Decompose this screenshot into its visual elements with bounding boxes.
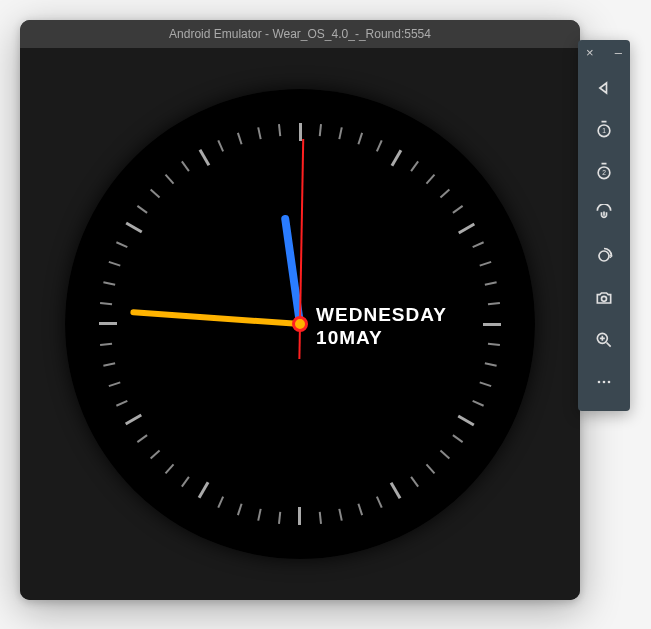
tick [199, 149, 211, 166]
tick [116, 400, 128, 407]
tick [100, 302, 112, 305]
tick [452, 434, 463, 443]
close-button[interactable]: × [586, 46, 594, 59]
svg-point-5 [602, 296, 607, 301]
month: MAY [339, 327, 382, 350]
tick [479, 261, 491, 267]
tick [452, 205, 463, 214]
tick [426, 464, 436, 474]
btn1-icon: 1 [594, 120, 614, 140]
minute-hand [130, 309, 300, 327]
day-number: 10 [316, 327, 339, 350]
window-title: Android Emulator - Wear_OS_4.0_-_Round:5… [169, 27, 431, 41]
tick [410, 161, 419, 172]
tick [165, 174, 175, 184]
tick [257, 127, 261, 139]
tick [150, 450, 160, 460]
watch-screen-area: WEDNESDAY 10MAY [20, 48, 580, 600]
svg-point-7 [598, 381, 601, 384]
tick [338, 127, 342, 139]
palm-button[interactable] [578, 193, 630, 235]
btn2-icon: 2 [594, 162, 614, 182]
camera-icon [594, 288, 614, 308]
tilt-icon [594, 246, 614, 266]
more-icon [594, 372, 614, 392]
tick [99, 322, 117, 325]
svg-text:1: 1 [602, 127, 606, 134]
tick [319, 512, 322, 524]
tick [457, 415, 474, 427]
tick [338, 509, 342, 521]
screenshot-button[interactable] [578, 277, 630, 319]
tick [479, 381, 491, 387]
minimize-button[interactable]: – [615, 46, 622, 59]
svg-point-9 [608, 381, 611, 384]
watch-bezel: WEDNESDAY 10MAY [65, 89, 535, 559]
tick [376, 496, 383, 508]
tick [426, 174, 436, 184]
toolbar-header: × – [578, 40, 630, 67]
tick [165, 464, 175, 474]
svg-point-4 [599, 251, 609, 261]
tick [472, 400, 484, 407]
tick [257, 509, 261, 521]
tick [150, 189, 160, 199]
tick [103, 281, 115, 285]
tick [472, 241, 484, 248]
tick [217, 496, 224, 508]
svg-point-8 [603, 381, 606, 384]
tick [390, 482, 402, 499]
button-1[interactable]: 1 [578, 109, 630, 151]
tick [357, 503, 363, 515]
tick [278, 512, 281, 524]
more-button[interactable] [578, 361, 630, 403]
tick [319, 124, 322, 136]
tick [217, 140, 224, 152]
date-complication: WEDNESDAY 10MAY [316, 304, 447, 350]
back-button[interactable] [578, 67, 630, 109]
center-pin [292, 316, 308, 332]
tick [125, 414, 142, 426]
tick [103, 362, 115, 366]
emulator-window: Android Emulator - Wear_OS_4.0_-_Round:5… [20, 20, 580, 600]
tick [198, 481, 210, 498]
tick [237, 133, 243, 145]
tick [298, 507, 301, 525]
svg-text:2: 2 [602, 169, 606, 176]
tick [116, 241, 128, 248]
tick [278, 124, 281, 136]
tick [391, 149, 403, 166]
tick [109, 261, 121, 267]
tick [137, 205, 148, 214]
tick [483, 323, 501, 326]
tick [125, 222, 142, 234]
title-bar[interactable]: Android Emulator - Wear_OS_4.0_-_Round:5… [20, 20, 580, 48]
tick [440, 450, 450, 460]
tick [137, 434, 148, 443]
emulator-toolbar: × – 1 2 [578, 40, 630, 411]
tick [357, 133, 363, 145]
tick [485, 362, 497, 366]
zoom-button[interactable] [578, 319, 630, 361]
tick [181, 161, 190, 172]
tick [485, 281, 497, 285]
tick [458, 223, 475, 235]
tick [488, 302, 500, 305]
watch-face[interactable]: WEDNESDAY 10MAY [99, 123, 501, 525]
palm-icon [594, 204, 614, 224]
tick [237, 503, 243, 515]
tick [440, 189, 450, 199]
back-icon [594, 78, 614, 98]
tilt-button[interactable] [578, 235, 630, 277]
tick [100, 343, 112, 346]
zoom-icon [594, 330, 614, 350]
tick [410, 476, 419, 487]
day-name: WEDNESDAY [316, 304, 447, 327]
tick [109, 381, 121, 387]
tick [181, 476, 190, 487]
tick [488, 343, 500, 346]
tick [376, 140, 383, 152]
button-2[interactable]: 2 [578, 151, 630, 193]
